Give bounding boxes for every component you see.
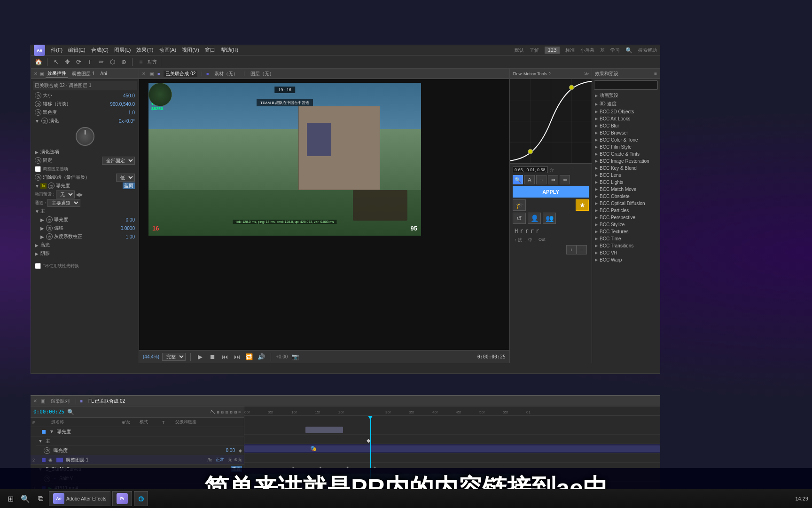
pen-tool[interactable]: ✏: [96, 57, 106, 67]
move-tool[interactable]: ✥: [62, 57, 72, 67]
opacity-stopwatch[interactable]: ◷: [35, 109, 41, 116]
animate-dropdown[interactable]: 无: [56, 190, 75, 198]
tl-search-icon[interactable]: 🔍: [67, 409, 74, 415]
effect-bcc-3d[interactable]: ▶ BCC 3D Objects: [592, 108, 660, 115]
menu-view[interactable]: 视图(V): [182, 47, 199, 54]
exp-sub-stopwatch[interactable]: ◷: [46, 216, 53, 223]
clone-tool[interactable]: ⊕: [119, 57, 128, 67]
row-b-toggle[interactable]: ▶: [35, 251, 40, 256]
evolve-toggle[interactable]: ▼: [35, 119, 39, 124]
close-icon[interactable]: ✕: [34, 71, 38, 76]
effects-search-input[interactable]: [596, 83, 656, 88]
effect-bcc-color[interactable]: ▶ BCC Color & Tone: [592, 136, 660, 143]
remove-btn[interactable]: −: [577, 245, 587, 254]
audio-btn[interactable]: 🔊: [257, 352, 266, 362]
menu-window[interactable]: 窗口: [205, 47, 215, 54]
effect-bcc-textures[interactable]: ▶ BCC Textures: [592, 228, 660, 235]
effect-bcc-trans[interactable]: ▶ BCC Transitions: [592, 242, 660, 249]
offset-value[interactable]: 0.0000: [120, 226, 135, 231]
tl-exp-val-stopwatch[interactable]: ◷: [44, 447, 50, 454]
eliminate-dropdown[interactable]: 低: [116, 174, 135, 182]
exp-sub-toggle[interactable]: ▶: [40, 217, 46, 222]
person-btn[interactable]: 👤: [528, 213, 541, 224]
gamma-stopwatch[interactable]: ◷: [46, 233, 53, 240]
evolve-value[interactable]: 0x+0.0°: [119, 119, 135, 124]
effect-controls-tab[interactable]: 效果控件: [46, 69, 68, 78]
apply-button[interactable]: APPLY: [513, 186, 589, 198]
stop-btn[interactable]: ⏹: [208, 352, 217, 362]
menu-comp[interactable]: 合成(C): [91, 47, 109, 54]
add-btn[interactable]: +: [566, 245, 577, 254]
effect-bcc-browser[interactable]: ▶ BCC Browser: [592, 129, 660, 136]
taskbar-task-view[interactable]: ⧉: [34, 492, 47, 505]
loop-btn[interactable]: 🔁: [244, 352, 254, 362]
text-tool[interactable]: T: [85, 57, 94, 67]
effect-animate-presets[interactable]: ▶ 动画预设: [592, 91, 660, 100]
effect-bcc-particles[interactable]: ▶ BCC Particles: [592, 207, 660, 214]
effect-bcc-stylize[interactable]: ▶ BCC Stylize: [592, 221, 660, 228]
align-btn[interactable]: ≡: [136, 57, 146, 67]
star-btn[interactable]: ★: [576, 199, 589, 211]
comp-tab-layer[interactable]: 图层（无）: [249, 71, 276, 77]
evolve-stopwatch[interactable]: ◷: [41, 118, 48, 124]
effect-bcc-image[interactable]: ▶ BCC Image Restoration: [592, 158, 660, 165]
menu-help[interactable]: 帮助(H): [221, 47, 238, 54]
exp-stopwatch[interactable]: ◷: [48, 183, 55, 189]
effect-bcc-film[interactable]: ▶ BCC Film Style: [592, 143, 660, 151]
eliminate-stopwatch[interactable]: ◷: [35, 174, 41, 181]
effect-bcc-lights[interactable]: ▶ BCC Lights: [592, 179, 660, 186]
camera-btn[interactable]: 📷: [290, 352, 300, 362]
effect-bcc-obsolete[interactable]: ▶ BCC Obsolete: [592, 193, 660, 200]
effect-bcc-vr[interactable]: ▶ BCC VR: [592, 249, 660, 256]
evolve-opt-toggle[interactable]: ▶: [35, 150, 40, 155]
effect-bcc-lens[interactable]: ▶ BCC Lens: [592, 172, 660, 179]
offset-toggle[interactable]: ▶: [40, 226, 46, 231]
rotate-tool[interactable]: ⟳: [74, 57, 83, 67]
gamma-toggle[interactable]: ▶: [40, 234, 46, 239]
next-frame[interactable]: ⏭: [232, 352, 242, 362]
fx-toggle[interactable]: ▼: [35, 183, 40, 189]
effect-bcc-grade[interactable]: ▶ BCC Grade & Tints: [592, 151, 660, 158]
comp-tab-footage[interactable]: 素材（无）: [212, 71, 240, 77]
search-icon[interactable]: 🔍: [625, 47, 632, 54]
comp-timeline-tab[interactable]: FL 已关联合成 02: [86, 398, 127, 405]
tool-arrow-dl[interactable]: ⇐: [560, 175, 570, 184]
tl-trans-icons[interactable]: ⛏ ⊞ ⊠ ≡ ⊡ ⊟ ≈: [210, 409, 241, 415]
zoom-display[interactable]: (44.4%): [143, 354, 159, 359]
size-value[interactable]: 450.0: [123, 93, 135, 98]
taskbar-search[interactable]: 🔍: [19, 492, 32, 505]
effect-bcc-optical[interactable]: ▶ BCC Optical Diffusion: [592, 200, 660, 207]
tl-adj-solo[interactable]: ◉: [48, 457, 53, 462]
opacity-value[interactable]: 1.0: [128, 110, 135, 115]
minimize-icon[interactable]: ▣: [39, 71, 44, 76]
shape-tool[interactable]: ⬡: [108, 57, 117, 67]
expand-icon[interactable]: ≫: [584, 71, 589, 76]
tool-arrow-d[interactable]: ⇒: [548, 175, 558, 184]
offset-stopwatch[interactable]: ◷: [46, 225, 53, 231]
quality-dropdown[interactable]: 完整: [162, 353, 186, 361]
star-icon[interactable]: ☆: [549, 167, 554, 173]
prev-frame[interactable]: ⏮: [220, 352, 229, 362]
menu-edit[interactable]: 编辑(E): [68, 47, 86, 54]
effect-bcc-time[interactable]: ▶ BCC Time: [592, 235, 660, 242]
effects-menu-icon[interactable]: ≡: [654, 71, 657, 76]
linear-checkbox[interactable]: [35, 263, 41, 269]
taskbar-browser[interactable]: 🌐: [134, 491, 148, 506]
tool-arrow-r[interactable]: →: [536, 175, 547, 184]
main-toggle[interactable]: ▼: [35, 209, 40, 214]
exp-sub-value[interactable]: 0.00: [126, 217, 135, 222]
render-queue-tab[interactable]: 渲染队列: [49, 398, 71, 405]
home-btn[interactable]: 🏠: [34, 57, 43, 67]
effect-bcc-persp[interactable]: ▶ BCC Perspective: [592, 214, 660, 221]
minimize-panel-icon[interactable]: ▣: [149, 71, 154, 76]
row-a-toggle[interactable]: ▶: [35, 243, 40, 248]
taskbar-pr[interactable]: Pr: [112, 491, 132, 506]
tl-exp-toggle[interactable]: ▼: [49, 429, 55, 434]
menu-file[interactable]: 件(F): [51, 47, 62, 54]
gamma-value[interactable]: 1.00: [126, 234, 135, 239]
fixed-stopwatch[interactable]: ◷: [35, 157, 41, 164]
effect-bcc-art[interactable]: ▶ BCC Art Looks: [592, 115, 660, 122]
arrow-right[interactable]: ▶: [79, 192, 83, 197]
taskbar-start[interactable]: ⊞: [4, 492, 17, 505]
menu-animate[interactable]: 动画(A): [159, 47, 177, 54]
